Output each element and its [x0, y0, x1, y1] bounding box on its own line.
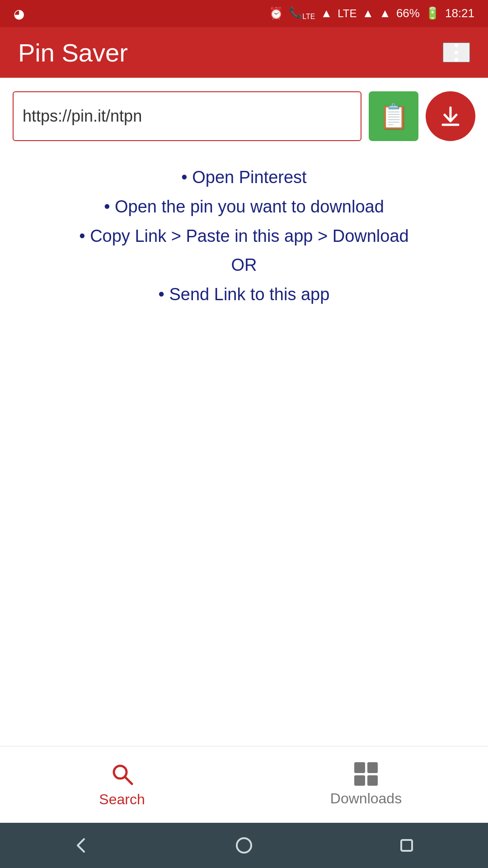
home-icon: [234, 835, 254, 855]
battery-icon: 🔋: [425, 6, 440, 20]
lte-label: LTE: [338, 7, 357, 20]
signal-bar-icon: ▲: [362, 6, 374, 20]
time-display: 18:21: [445, 6, 474, 20]
android-nav-bar: [0, 823, 488, 868]
search-icon: [109, 761, 135, 787]
instruction-line-2: • Open the pin you want to download: [22, 193, 466, 221]
status-right: ⏰ 📞LTE ▲ LTE ▲ ▲ 66% 🔋 18:21: [269, 6, 474, 21]
svg-line-2: [125, 777, 132, 784]
alarm-icon: ⏰: [269, 6, 283, 20]
download-arrow-icon: [438, 104, 463, 128]
home-button[interactable]: [234, 835, 254, 855]
search-nav-label: Search: [99, 791, 145, 808]
instructions-block: • Open Pinterest • Open the pin you want…: [13, 159, 475, 315]
back-icon: [71, 835, 91, 855]
nav-item-search[interactable]: Search: [0, 746, 244, 823]
clipboard-icon-symbol: 📋: [379, 104, 409, 128]
instruction-line-5: • Send Link to this app: [22, 281, 466, 308]
status-left: ◕: [14, 6, 24, 21]
call-lte-icon: 📞LTE: [289, 6, 315, 21]
downloads-grid-icon: [354, 762, 378, 786]
app-title: Pin Saver: [18, 38, 128, 67]
bottom-navigation: Search Downloads: [0, 746, 488, 823]
url-input-row: 📋: [13, 91, 475, 141]
svg-point-3: [237, 838, 251, 853]
clipboard-paste-button[interactable]: 📋: [369, 91, 418, 141]
status-bar: ◕ ⏰ 📞LTE ▲ LTE ▲ ▲ 66% 🔋 18:21: [0, 0, 488, 27]
main-content: 📋 • Open Pinterest • Open the pin you wa…: [0, 78, 488, 746]
app-indicator-icon: ◕: [14, 6, 24, 21]
wifi-icon: ▲: [320, 6, 332, 20]
menu-dot-3: [455, 58, 458, 61]
recents-button[interactable]: [397, 835, 417, 855]
back-button[interactable]: [71, 835, 91, 855]
menu-dot-2: [455, 51, 458, 54]
instruction-line-3: • Copy Link > Paste in this app > Downlo…: [22, 222, 466, 250]
instruction-or: OR: [22, 251, 466, 279]
signal-bar2-icon: ▲: [379, 6, 391, 20]
downloads-nav-label: Downloads: [330, 790, 402, 807]
instruction-line-1: • Open Pinterest: [22, 164, 466, 191]
more-options-button[interactable]: [443, 42, 470, 62]
svg-rect-4: [401, 840, 412, 851]
recents-icon: [397, 835, 417, 855]
nav-item-downloads[interactable]: Downloads: [244, 746, 488, 823]
download-button[interactable]: [426, 91, 475, 141]
url-input[interactable]: [23, 107, 352, 126]
menu-dot-1: [455, 43, 458, 47]
battery-percent: 66%: [396, 6, 420, 20]
app-bar: Pin Saver: [0, 27, 488, 78]
url-input-wrapper: [13, 91, 361, 141]
